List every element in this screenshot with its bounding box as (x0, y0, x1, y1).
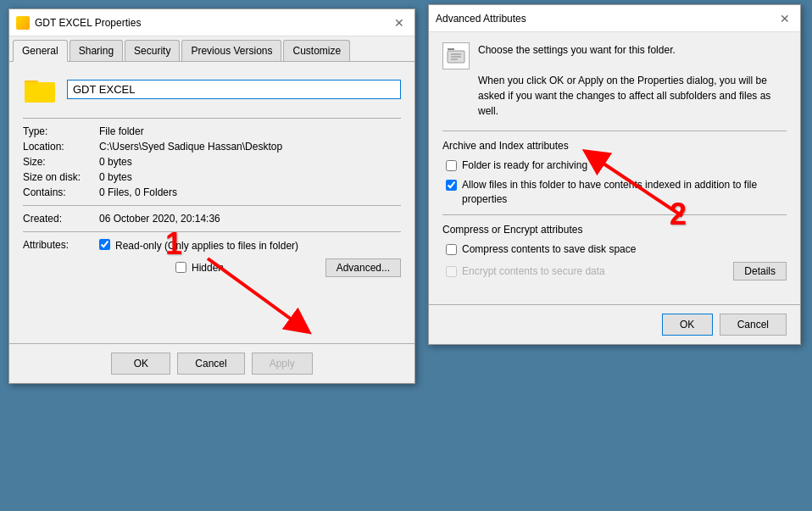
tab-sharing[interactable]: Sharing (70, 40, 123, 61)
tab-security[interactable]: Security (125, 40, 180, 61)
tab-previous-versions[interactable]: Previous Versions (181, 40, 281, 61)
advanced-footer: OK Cancel (429, 304, 800, 344)
advanced-header-icon (442, 42, 470, 69)
hidden-label: Hidden (192, 262, 224, 274)
created-grid: Created: 06 October 2020, 20:14:36 (23, 213, 401, 225)
encrypt-row: Encrypt contents to secure data Details (442, 262, 787, 280)
readonly-row: Read-only (Only applies to files in fold… (99, 239, 401, 253)
hidden-checkbox[interactable] (175, 262, 186, 273)
compress-section-title: Compress or Encrypt attributes (442, 224, 787, 236)
properties-titlebar: GDT EXCEL Properties ✕ (9, 9, 414, 36)
compress-check-row: Compress contents to save disk space (442, 242, 787, 257)
advanced-title: Advanced Attributes (436, 13, 526, 25)
compress-checkbox[interactable] (446, 244, 457, 255)
index-label: Allow files in this folder to have conte… (462, 178, 787, 207)
header-line1: Choose the settings you want for this fo… (478, 42, 787, 58)
size-label: Size: (23, 156, 99, 168)
readonly-checkbox[interactable] (99, 239, 110, 250)
encrypt-checkbox[interactable] (446, 266, 457, 277)
compress-label: Compress contents to save disk space (462, 242, 636, 257)
created-value: 06 October 2020, 20:14:36 (99, 213, 401, 225)
contains-value: 0 Files, 0 Folders (99, 186, 401, 198)
cancel-button[interactable]: Cancel (177, 353, 244, 375)
attributes-controls: Read-only (Only applies to files in fold… (99, 239, 401, 277)
size-on-disk-label: Size on disk: (23, 171, 99, 183)
hidden-advanced-row: Hidden Advanced... (175, 258, 401, 277)
advanced-body: Choose the settings you want for this fo… (429, 32, 800, 291)
file-header (23, 72, 401, 106)
svg-rect-4 (448, 48, 454, 50)
properties-dialog: GDT EXCEL Properties ✕ General Sharing S… (8, 8, 415, 384)
attributes-grid: Attributes: Read-only (Only applies to f… (23, 239, 401, 277)
properties-close-button[interactable]: ✕ (391, 14, 408, 31)
apply-button[interactable]: Apply (252, 353, 313, 375)
adv-divider-1 (442, 131, 787, 131)
archive-label: Folder is ready for archiving (462, 158, 587, 173)
advanced-close-button[interactable]: ✕ (776, 10, 793, 27)
header-line2: When you click OK or Apply on the Proper… (478, 73, 787, 119)
filename-input[interactable] (67, 80, 401, 99)
index-check-row: Allow files in this folder to have conte… (442, 178, 787, 207)
encrypt-label: Encrypt contents to secure data (462, 265, 605, 277)
type-label: Type: (23, 125, 99, 137)
contains-label: Contains: (23, 186, 99, 198)
tab-general[interactable]: General (13, 40, 68, 62)
archive-section-title: Archive and Index attributes (442, 140, 787, 152)
location-label: Location: (23, 141, 99, 153)
folder-icon-large (23, 72, 57, 106)
archive-checkbox[interactable] (446, 160, 457, 171)
advanced-button[interactable]: Advanced... (325, 258, 401, 277)
properties-body: Type: File folder Location: C:\Users\Sye… (9, 62, 414, 292)
location-value: C:\Users\Syed Sadique Hassan\Desktop (99, 141, 401, 153)
advanced-titlebar: Advanced Attributes ✕ (429, 5, 800, 32)
properties-title: GDT EXCEL Properties (35, 17, 141, 29)
titlebar-left: GDT EXCEL Properties (16, 16, 141, 30)
size-value: 0 bytes (99, 156, 401, 168)
index-checkbox[interactable] (446, 180, 457, 191)
divider-3 (23, 231, 401, 232)
divider-1 (23, 118, 401, 119)
hidden-row: Hidden (175, 262, 224, 274)
advanced-dialog: Advanced Attributes ✕ Choose the setting… (428, 4, 801, 345)
type-value: File folder (99, 125, 401, 137)
readonly-label: Read-only (Only applies to files in fold… (115, 239, 298, 253)
advanced-header: Choose the settings you want for this fo… (442, 42, 787, 119)
tabs-bar: General Sharing Security Previous Versio… (9, 36, 414, 62)
tab-customize[interactable]: Customize (283, 40, 350, 61)
encrypt-left: Encrypt contents to secure data (442, 265, 605, 277)
advanced-header-text: Choose the settings you want for this fo… (478, 42, 787, 119)
properties-footer: OK Cancel Apply (9, 343, 414, 383)
created-label: Created: (23, 213, 99, 225)
size-on-disk-value: 0 bytes (99, 171, 401, 183)
adv-divider-2 (442, 214, 787, 215)
advanced-ok-button[interactable]: OK (662, 314, 713, 336)
details-button[interactable]: Details (733, 262, 787, 280)
archive-check-row: Folder is ready for archiving (442, 158, 787, 173)
attributes-label: Attributes: (23, 239, 99, 277)
ok-button[interactable]: OK (111, 353, 170, 375)
attributes-section: Attributes: Read-only (Only applies to f… (23, 239, 401, 277)
titlebar-folder-icon (16, 16, 30, 30)
advanced-cancel-button[interactable]: Cancel (720, 314, 787, 336)
svg-rect-2 (25, 82, 55, 103)
divider-2 (23, 205, 401, 206)
info-grid: Type: File folder Location: C:\Users\Sye… (23, 125, 401, 198)
